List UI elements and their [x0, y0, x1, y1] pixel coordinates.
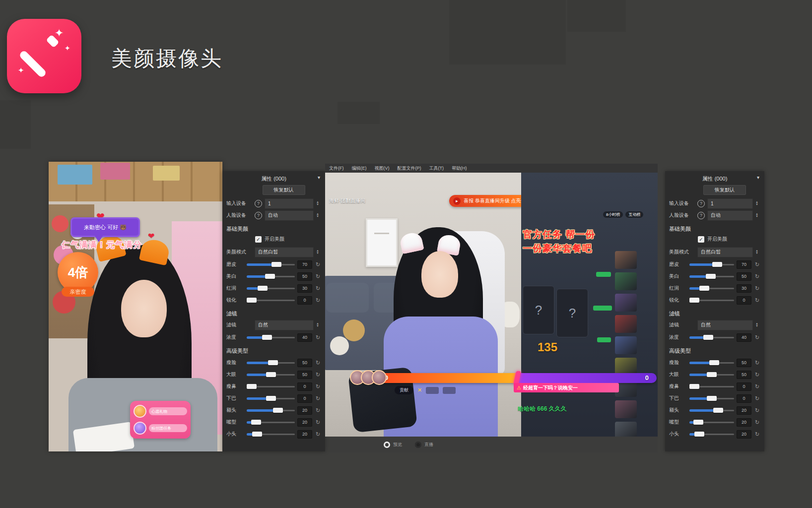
gift-task-panel[interactable]: 心愿礼物 粉丝团任务 — [130, 401, 191, 439]
slider-track[interactable] — [247, 360, 295, 366]
slider-handle[interactable] — [265, 274, 275, 279]
spinner-icon[interactable]: ▲▼ — [755, 322, 760, 327]
reset-icon[interactable]: ↻ — [315, 334, 321, 341]
viewer-avatar[interactable] — [615, 315, 637, 333]
gift-task-row[interactable]: 粉丝团任务 — [134, 422, 187, 435]
close-icon[interactable]: ✕ — [417, 387, 422, 393]
slider-value[interactable]: 50 — [737, 272, 751, 281]
enable-beauty-checkbox-row[interactable]: ✓开启美颜 — [698, 235, 760, 244]
live-toggle-icon[interactable] — [415, 442, 421, 448]
slider-handle[interactable] — [707, 396, 717, 401]
collapse-icon[interactable]: ▾ — [757, 175, 759, 180]
slider-track[interactable] — [247, 261, 295, 267]
slider-handle[interactable] — [271, 262, 281, 267]
slider-handle[interactable] — [703, 335, 713, 340]
slider-handle[interactable] — [689, 298, 699, 303]
reset-icon[interactable]: ↻ — [315, 360, 321, 366]
preview-toggle[interactable]: 预览 — [384, 442, 402, 448]
slider-handle[interactable] — [262, 335, 272, 340]
slider-handle[interactable] — [709, 360, 719, 365]
slider-handle[interactable] — [247, 384, 257, 389]
slider-value[interactable]: 0 — [297, 296, 312, 305]
reset-icon[interactable]: ↻ — [315, 285, 321, 292]
spinner-icon[interactable]: ▲▼ — [755, 213, 760, 218]
preview-toggle-icon[interactable] — [384, 442, 390, 448]
device-select[interactable]: 1 — [707, 198, 753, 209]
filter-select[interactable]: 自然 — [697, 320, 753, 330]
viewer-avatar[interactable] — [615, 251, 637, 269]
help-icon[interactable]: ? — [255, 200, 262, 207]
slider-track[interactable] — [247, 395, 295, 401]
filter-select[interactable]: 自然 — [255, 320, 314, 330]
reset-icon[interactable]: ↻ — [315, 419, 321, 426]
menu-item[interactable]: 帮助(H) — [452, 165, 467, 172]
slider-value[interactable]: 20 — [737, 406, 751, 415]
viewer-avatar[interactable] — [615, 422, 637, 437]
slider-track[interactable] — [689, 407, 734, 413]
slider-track[interactable] — [247, 285, 295, 291]
slider-track[interactable] — [689, 297, 734, 303]
slider-value[interactable]: 40 — [737, 333, 751, 342]
slider-handle[interactable] — [258, 286, 268, 291]
slider-track[interactable] — [247, 407, 295, 413]
viewer-avatar[interactable] — [615, 294, 637, 312]
slider-value[interactable]: 0 — [737, 296, 751, 305]
slider-track[interactable] — [247, 383, 295, 389]
mystery-box[interactable]: ? — [556, 289, 588, 337]
slider-value[interactable]: 0 — [297, 394, 312, 403]
slider-value[interactable]: 50 — [297, 371, 312, 379]
viewer-avatar[interactable] — [615, 272, 637, 290]
slider-value[interactable]: 0 — [737, 394, 751, 403]
slider-handle[interactable] — [694, 432, 704, 437]
collapse-icon[interactable]: ▾ — [318, 175, 320, 180]
slider-value[interactable]: 70 — [297, 260, 312, 269]
slider-handle[interactable] — [273, 408, 283, 413]
gift-task-row[interactable]: 心愿礼物 — [134, 405, 187, 418]
viewer-avatar[interactable] — [615, 336, 637, 354]
spinner-icon[interactable]: ▲▼ — [316, 213, 321, 218]
slider-track[interactable] — [247, 273, 295, 279]
reset-icon[interactable]: ↻ — [754, 297, 760, 304]
slider-handle[interactable] — [251, 420, 261, 425]
slider-handle[interactable] — [713, 408, 723, 413]
avatar[interactable] — [372, 370, 387, 385]
reset-icon[interactable]: ↻ — [315, 372, 321, 378]
slider-handle[interactable] — [252, 432, 262, 437]
slider-handle[interactable] — [712, 262, 722, 267]
pk-slot[interactable] — [443, 387, 456, 394]
reset-icon[interactable]: ↻ — [315, 395, 321, 402]
menu-item[interactable]: 配置文件(P) — [398, 165, 421, 172]
reset-icon[interactable]: ↻ — [315, 273, 321, 280]
reset-icon[interactable]: ↻ — [754, 273, 760, 280]
slider-track[interactable] — [247, 431, 295, 437]
mystery-box[interactable]: ? — [523, 286, 554, 334]
slider-value[interactable]: 40 — [297, 333, 312, 342]
slider-value[interactable]: 70 — [737, 260, 751, 269]
reset-defaults-button[interactable]: 恢复默认 — [703, 185, 746, 195]
reset-icon[interactable]: ↻ — [754, 383, 760, 390]
live-toggle[interactable]: 直播 — [415, 442, 433, 448]
reset-icon[interactable]: ↻ — [754, 419, 760, 426]
slider-handle[interactable] — [266, 396, 276, 401]
beauty-mode-select[interactable]: 自然白皙 — [697, 247, 753, 257]
slider-track[interactable] — [689, 419, 734, 425]
slider-value[interactable]: 30 — [737, 284, 751, 293]
main-video-canvas[interactable]: 海鲜·团翻直播间 ▸ 喜报 恭喜直播间升级 点亮灯牌加入粉丝团助力吧 官方任务 … — [325, 173, 658, 437]
slider-track[interactable] — [247, 372, 295, 378]
device-select[interactable]: 自动 — [707, 210, 753, 221]
help-icon[interactable]: ? — [255, 212, 262, 219]
reset-icon[interactable]: ↻ — [315, 261, 321, 268]
device-select[interactable]: 自动 — [265, 210, 314, 221]
slider-track[interactable] — [247, 419, 295, 425]
spinner-icon[interactable]: ▲▼ — [755, 201, 760, 206]
slider-value[interactable]: 20 — [737, 430, 751, 439]
slider-track[interactable] — [689, 360, 734, 366]
device-select[interactable]: 1 — [265, 198, 314, 209]
slider-value[interactable]: 50 — [737, 371, 751, 379]
slider-handle[interactable] — [707, 372, 717, 377]
enable-beauty-checkbox-row[interactable]: ✓开启美颜 — [255, 235, 321, 244]
spinner-icon[interactable]: ▲▼ — [316, 322, 321, 327]
slider-handle[interactable] — [247, 298, 257, 303]
rank-chip[interactable]: 互动榜 — [625, 211, 643, 218]
slider-value[interactable]: 20 — [297, 406, 312, 415]
